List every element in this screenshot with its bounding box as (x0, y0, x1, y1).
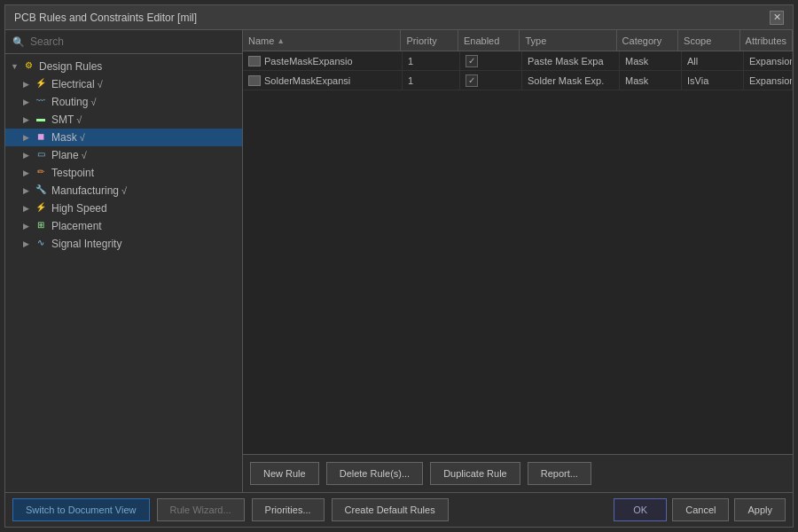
plane-check: √ (82, 150, 87, 160)
expand-arrow: ▶ (23, 115, 34, 124)
bottom-bar: Switch to Document View Rule Wizard... P… (5, 492, 793, 527)
expand-arrow: ▶ (23, 222, 34, 231)
tree-container: ▼ ⚙ Design Rules ▶ ⚡ Electrical √ ▶ 〰 Ro… (5, 54, 242, 492)
cell-enabled-1[interactable]: ✓ (460, 71, 522, 90)
tree-item-highspeed[interactable]: ▶ ⚡ High Speed (5, 200, 242, 217)
routing-check: √ (90, 97, 96, 107)
col-enabled[interactable]: Enabled (458, 30, 520, 51)
tree-item-manufacturing[interactable]: ▶ 🔧 Manufacturing √ (5, 182, 242, 200)
tree-item-routing[interactable]: ▶ 〰 Routing √ (5, 93, 242, 111)
tree-item-electrical[interactable]: ▶ ⚡ Electrical √ (5, 75, 242, 93)
col-priority[interactable]: Priority (401, 30, 458, 51)
row-icon-1 (248, 75, 261, 86)
action-bar: New Rule Delete Rule(s)... Duplicate Rul… (243, 454, 793, 492)
new-rule-button[interactable]: New Rule (250, 462, 319, 485)
rule-wizard-button[interactable]: Rule Wizard... (157, 498, 245, 521)
expand-arrow: ▼ (11, 62, 21, 71)
smt-icon: ▬ (34, 113, 48, 126)
tree-item-mask[interactable]: ▶ ◼ Mask √ (5, 129, 242, 146)
plane-icon: ▭ (34, 149, 48, 161)
plane-label: Plane (51, 149, 79, 161)
tree-item-design-rules[interactable]: ▼ ⚙ Design Rules (5, 58, 242, 75)
enabled-checkbox-1[interactable]: ✓ (466, 74, 478, 87)
switch-doc-button[interactable]: Switch to Document View (12, 498, 150, 521)
cancel-button[interactable]: Cancel (672, 498, 729, 521)
signal-label: Signal Integrity (51, 238, 121, 250)
design-rules-label: Design Rules (39, 60, 102, 73)
tree-item-testpoint[interactable]: ▶ ✏ Testpoint (5, 164, 242, 182)
search-input[interactable] (30, 35, 235, 48)
cell-name-1: SolderMaskExpansi (243, 71, 403, 90)
cell-attributes-1: Expansion = 2.5r (744, 71, 793, 90)
electrical-icon: ⚡ (34, 78, 48, 90)
testpoint-icon: ✏ (34, 167, 48, 179)
smt-label: SMT (51, 113, 74, 126)
col-category[interactable]: Category (617, 30, 678, 51)
manufacturing-check: √ (121, 185, 127, 196)
col-type[interactable]: Type (520, 30, 616, 51)
cell-enabled-0[interactable]: ✓ (460, 51, 522, 70)
routing-icon: 〰 (34, 96, 48, 108)
highspeed-icon: ⚡ (34, 202, 48, 215)
cell-category-0: Mask (620, 51, 682, 70)
right-panel: Name ▲ Priority Enabled Type Category Sc… (243, 30, 793, 492)
table-header: Name ▲ Priority Enabled Type Category Sc… (243, 30, 793, 51)
placement-icon: ⊞ (34, 220, 48, 232)
routing-label: Routing (51, 96, 88, 108)
testpoint-label: Testpoint (51, 167, 94, 179)
create-default-button[interactable]: Create Default Rules (332, 498, 449, 521)
col-attributes[interactable]: Attributes (740, 30, 793, 51)
title-bar: PCB Rules and Constraints Editor [mil] ✕ (5, 5, 793, 30)
tree-item-smt[interactable]: ▶ ▬ SMT √ (5, 111, 242, 129)
mask-label: Mask (51, 131, 77, 144)
table-body: PasteMaskExpansio 1 ✓ Paste Mask Expa Ma… (243, 51, 793, 454)
cell-type-0: Paste Mask Expa (522, 51, 620, 70)
design-rules-icon: ⚙ (21, 60, 35, 73)
report-button[interactable]: Report... (528, 462, 591, 485)
mask-icon: ◼ (34, 131, 48, 144)
main-dialog: PCB Rules and Constraints Editor [mil] ✕… (4, 4, 794, 528)
smt-check: √ (76, 114, 82, 125)
main-content: 🔍 ▼ ⚙ Design Rules ▶ ⚡ Electrical √ (5, 30, 793, 492)
search-bar: 🔍 (5, 30, 242, 54)
ok-button[interactable]: OK (614, 498, 667, 521)
close-button[interactable]: ✕ (770, 11, 784, 25)
cell-attributes-0: Expansion = 0mi (744, 51, 793, 70)
signal-icon: ∿ (34, 238, 48, 250)
table-row[interactable]: SolderMaskExpansi 1 ✓ Solder Mask Exp. M… (243, 71, 793, 90)
cell-category-1: Mask (620, 71, 682, 90)
row-icon-0 (248, 56, 261, 66)
col-scope[interactable]: Scope (678, 30, 739, 51)
bottom-right-buttons: OK Cancel Apply (614, 498, 786, 521)
expand-arrow: ▶ (23, 80, 34, 89)
cell-name-0: PasteMaskExpansio (243, 51, 403, 70)
priorities-button[interactable]: Priorities... (252, 498, 325, 521)
col-name[interactable]: Name ▲ (243, 30, 401, 51)
cell-priority-1: 1 (403, 71, 460, 90)
sort-arrow: ▲ (277, 36, 285, 45)
left-panel: 🔍 ▼ ⚙ Design Rules ▶ ⚡ Electrical √ (5, 30, 243, 492)
dialog-title: PCB Rules and Constraints Editor [mil] (14, 12, 197, 24)
expand-arrow: ▶ (23, 204, 34, 213)
highspeed-label: High Speed (51, 202, 107, 215)
apply-button[interactable]: Apply (734, 498, 786, 521)
electrical-check: √ (98, 79, 103, 90)
search-icon: 🔍 (12, 36, 25, 48)
cell-type-1: Solder Mask Exp. (522, 71, 620, 90)
table-row[interactable]: PasteMaskExpansio 1 ✓ Paste Mask Expa Ma… (243, 51, 793, 71)
tree-item-placement[interactable]: ▶ ⊞ Placement (5, 217, 242, 235)
expand-arrow: ▶ (23, 186, 34, 195)
mask-check: √ (80, 132, 85, 143)
cell-scope-0: All (682, 51, 744, 70)
manufacturing-label: Manufacturing (51, 184, 119, 197)
expand-arrow: ▶ (23, 151, 34, 160)
expand-arrow: ▶ (23, 239, 34, 248)
expand-arrow: ▶ (23, 168, 34, 177)
enabled-checkbox-0[interactable]: ✓ (466, 55, 478, 67)
duplicate-rule-button[interactable]: Duplicate Rule (430, 462, 520, 485)
delete-rule-button[interactable]: Delete Rule(s)... (326, 462, 423, 485)
manufacturing-icon: 🔧 (34, 184, 48, 197)
cell-priority-0: 1 (403, 51, 460, 70)
tree-item-signal[interactable]: ▶ ∿ Signal Integrity (5, 235, 242, 253)
tree-item-plane[interactable]: ▶ ▭ Plane √ (5, 146, 242, 164)
